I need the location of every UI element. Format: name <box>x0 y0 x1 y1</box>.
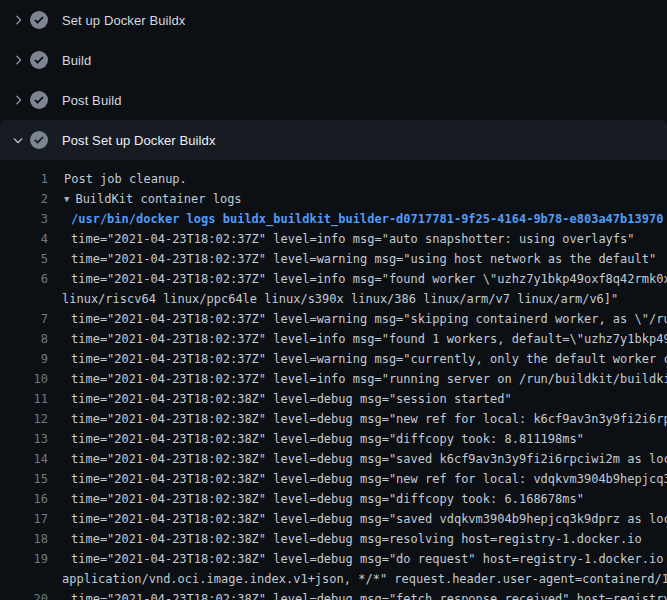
check-circle-icon <box>30 51 48 69</box>
log-line-text: time="2021-04-23T18:02:38Z" level=debug … <box>71 389 512 409</box>
step-row-post-build[interactable]: Post Build <box>0 80 667 120</box>
log-line-text: time="2021-04-23T18:02:38Z" level=debug … <box>71 549 667 569</box>
step-label: Set up Docker Buildx <box>62 13 185 28</box>
log-line-number[interactable]: 8 <box>0 329 48 349</box>
log-line-number <box>0 569 48 589</box>
log-line-number[interactable]: 9 <box>0 349 48 369</box>
triangle-down-icon[interactable]: ▼ <box>64 189 69 209</box>
log-line-number[interactable]: 18 <box>0 529 48 549</box>
log-group-header[interactable]: 2▼BuildKit container logs <box>0 189 667 209</box>
check-circle-icon <box>30 91 48 109</box>
log-line-text: linux/riscv64 linux/ppc64le linux/s390x … <box>62 289 618 309</box>
log-line: 3/usr/bin/docker logs buildx_buildkit_bu… <box>0 209 667 229</box>
step-label: Build <box>62 53 91 68</box>
log-line: 17time="2021-04-23T18:02:38Z" level=debu… <box>0 509 667 529</box>
log-line: 11time="2021-04-23T18:02:38Z" level=debu… <box>0 389 667 409</box>
log-line: 6time="2021-04-23T18:02:37Z" level=info … <box>0 269 667 289</box>
log-line-number[interactable]: 14 <box>0 449 48 469</box>
log-line-number[interactable]: 2 <box>0 189 48 209</box>
log-line: 19time="2021-04-23T18:02:38Z" level=debu… <box>0 549 667 569</box>
log-line: 13time="2021-04-23T18:02:38Z" level=debu… <box>0 429 667 449</box>
chevron-right-icon <box>11 53 25 67</box>
log-line-text: time="2021-04-23T18:02:37Z" level=info m… <box>71 229 635 249</box>
step-label: Post Build <box>62 93 122 108</box>
chevron-right-icon <box>11 93 25 107</box>
log-line-number[interactable]: 7 <box>0 309 48 329</box>
log-line: 18time="2021-04-23T18:02:38Z" level=debu… <box>0 529 667 549</box>
log-line-text: time="2021-04-23T18:02:38Z" level=debug … <box>71 529 642 549</box>
log-line-number[interactable]: 20 <box>0 589 48 600</box>
log-line: 1Post job cleanup. <box>0 169 667 189</box>
chevron-right-icon <box>11 13 25 27</box>
log-line-number[interactable]: 15 <box>0 469 48 489</box>
log-line: 9time="2021-04-23T18:02:37Z" level=warni… <box>0 349 667 369</box>
log-line-text: time="2021-04-23T18:02:38Z" level=debug … <box>71 429 584 449</box>
log-line-text: time="2021-04-23T18:02:37Z" level=warnin… <box>71 309 667 329</box>
steps-list: Set up Docker BuildxBuildPost BuildPost … <box>0 0 667 160</box>
log-line-number[interactable]: 13 <box>0 429 48 449</box>
log-line-number <box>0 289 48 309</box>
log-line-text: time="2021-04-23T18:02:38Z" level=debug … <box>71 449 667 469</box>
log-line-number[interactable]: 1 <box>0 169 48 189</box>
log-line-number[interactable]: 3 <box>0 209 48 229</box>
log-line-text: Post job cleanup. <box>64 169 187 189</box>
log-line-text: time="2021-04-23T18:02:38Z" level=debug … <box>71 509 667 529</box>
log-line-number[interactable]: 12 <box>0 409 48 429</box>
check-circle-icon <box>30 11 48 29</box>
log-line-text: application/vnd.oci.image.index.v1+json,… <box>62 569 667 589</box>
step-row-post-set-up-docker-buildx[interactable]: Post Set up Docker Buildx <box>0 120 667 160</box>
log-line-text: time="2021-04-23T18:02:38Z" level=debug … <box>71 409 667 429</box>
log-console: 1Post job cleanup.2▼BuildKit container l… <box>0 160 667 600</box>
log-line-text: time="2021-04-23T18:02:37Z" level=warnin… <box>71 349 667 369</box>
log-line-text: time="2021-04-23T18:02:37Z" level=info m… <box>71 269 667 289</box>
log-line-text: time="2021-04-23T18:02:37Z" level=info m… <box>71 369 667 389</box>
check-circle-icon <box>30 131 48 149</box>
log-line-number[interactable]: 4 <box>0 229 48 249</box>
log-line: 5time="2021-04-23T18:02:37Z" level=warni… <box>0 249 667 269</box>
log-line-text: time="2021-04-23T18:02:38Z" level=debug … <box>71 489 584 509</box>
log-line: 12time="2021-04-23T18:02:38Z" level=debu… <box>0 409 667 429</box>
log-line-text: time="2021-04-23T18:02:38Z" level=debug … <box>71 469 667 489</box>
log-line-text: time="2021-04-23T18:02:37Z" level=info m… <box>71 329 667 349</box>
log-line: 8time="2021-04-23T18:02:37Z" level=info … <box>0 329 667 349</box>
log-line-number[interactable]: 17 <box>0 509 48 529</box>
log-line: 7time="2021-04-23T18:02:37Z" level=warni… <box>0 309 667 329</box>
log-line: application/vnd.oci.image.index.v1+json,… <box>0 569 667 589</box>
log-line-number[interactable]: 10 <box>0 369 48 389</box>
log-line: 20time="2021-04-23T18:02:38Z" level=debu… <box>0 589 667 600</box>
chevron-down-icon <box>11 133 25 147</box>
log-line-text: /usr/bin/docker logs buildx_buildkit_bui… <box>71 209 663 229</box>
log-line-text: ▼BuildKit container logs <box>64 189 242 209</box>
log-line: 14time="2021-04-23T18:02:38Z" level=debu… <box>0 449 667 469</box>
log-line: 10time="2021-04-23T18:02:37Z" level=info… <box>0 369 667 389</box>
log-line-number[interactable]: 19 <box>0 549 48 569</box>
log-group-label: BuildKit container logs <box>75 192 241 206</box>
step-label: Post Set up Docker Buildx <box>62 133 216 148</box>
log-line-number[interactable]: 16 <box>0 489 48 509</box>
log-line-number[interactable]: 5 <box>0 249 48 269</box>
log-line-number[interactable]: 11 <box>0 389 48 409</box>
log-line: linux/riscv64 linux/ppc64le linux/s390x … <box>0 289 667 309</box>
step-row-build[interactable]: Build <box>0 40 667 80</box>
log-line-number[interactable]: 6 <box>0 269 48 289</box>
log-line: 15time="2021-04-23T18:02:38Z" level=debu… <box>0 469 667 489</box>
step-row-set-up-docker-buildx[interactable]: Set up Docker Buildx <box>0 0 667 40</box>
log-line-text: time="2021-04-23T18:02:37Z" level=warnin… <box>71 249 656 269</box>
log-line: 4time="2021-04-23T18:02:37Z" level=info … <box>0 229 667 249</box>
log-line-text: time="2021-04-23T18:02:38Z" level=debug … <box>71 589 667 600</box>
log-line: 16time="2021-04-23T18:02:38Z" level=debu… <box>0 489 667 509</box>
